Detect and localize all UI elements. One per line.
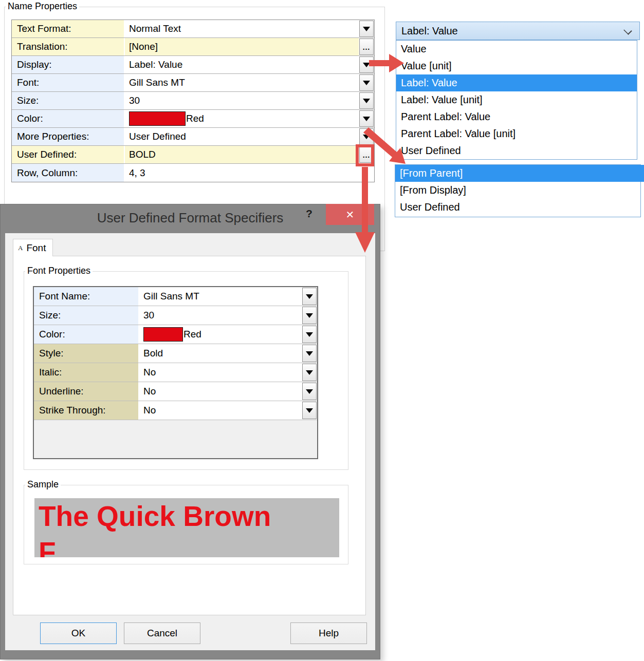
caret-down-icon: [363, 81, 370, 85]
dialog-titlebar[interactable]: User Defined Format Specifiers ? ✕: [1, 204, 380, 233]
font-tab-page: Font Properties Font Name:Gill Sans MTSi…: [13, 256, 366, 615]
property-label: Style:: [34, 344, 139, 363]
dropdown-button[interactable]: [302, 383, 317, 400]
dropdown-option[interactable]: Parent Label: Value [unit]: [396, 125, 637, 142]
property-value[interactable]: 4, 3: [125, 164, 359, 182]
row-button-cell: [359, 56, 374, 73]
property-label: Color:: [34, 325, 139, 344]
dropdown-button[interactable]: [302, 364, 317, 381]
property-row: Color:Red: [12, 110, 374, 128]
dropdown-option[interactable]: [From Parent]: [395, 165, 644, 182]
dropdown-button[interactable]: [359, 92, 374, 109]
ellipsis-button[interactable]: …: [359, 146, 374, 163]
dropdown-button[interactable]: [359, 21, 374, 37]
property-label: Translation:: [12, 38, 125, 55]
property-value[interactable]: Gill Sans MT: [125, 74, 359, 91]
caret-down-icon: [306, 294, 313, 299]
property-label: Italic:: [34, 363, 139, 382]
dropdown-button[interactable]: [359, 110, 374, 127]
dialog-title: User Defined Format Specifiers: [1, 210, 380, 226]
help-button[interactable]: Help: [290, 622, 367, 644]
dropdown-option[interactable]: Parent Label: Value: [396, 108, 637, 125]
dropdown-button[interactable]: [302, 307, 317, 324]
property-value-text: User Defined: [129, 131, 186, 142]
combobox-selected-value: Label: Value: [401, 25, 458, 37]
property-value-text: No: [143, 386, 156, 397]
dropdown-option[interactable]: Value: [396, 41, 637, 58]
dropdown-button[interactable]: [359, 56, 374, 73]
dropdown-button[interactable]: [359, 128, 374, 145]
property-label: Font Name:: [34, 287, 139, 306]
property-value[interactable]: No: [139, 363, 302, 382]
property-label: Text Format:: [12, 20, 125, 37]
property-value[interactable]: Label: Value: [125, 56, 359, 73]
property-value[interactable]: Gill Sans MT: [139, 287, 302, 306]
property-value[interactable]: Normal Text: [125, 20, 359, 37]
tab-label: Font: [26, 242, 46, 254]
dropdown-option[interactable]: Value [unit]: [396, 58, 637, 74]
tab-font[interactable]: A Font: [13, 239, 53, 256]
close-icon: ✕: [346, 209, 355, 221]
property-value-text: 30: [129, 95, 140, 106]
property-value[interactable]: No: [139, 401, 302, 420]
property-label: More Properties:: [12, 128, 125, 145]
row-button-cell: [359, 128, 374, 145]
dropdown-option[interactable]: User Defined: [396, 142, 637, 159]
property-row: Style:Bold: [34, 344, 317, 363]
row-button-cell: [302, 382, 317, 401]
property-row: Text Format:Normal Text: [12, 20, 374, 38]
dropdown-option[interactable]: Label: Value [unit]: [396, 91, 637, 108]
property-value[interactable]: No: [139, 382, 302, 401]
property-value[interactable]: 30: [139, 306, 302, 325]
dropdown-button[interactable]: [302, 402, 317, 419]
property-value-text: 4, 3: [129, 167, 145, 179]
property-row: Translation:[None]…: [12, 38, 374, 56]
row-button-cell: [359, 110, 374, 127]
property-row: Size:30: [12, 92, 374, 110]
property-label: Underline:: [34, 382, 139, 401]
user-defined-format-dialog: User Defined Format Specifiers ? ✕ A Fon…: [0, 204, 380, 659]
ellipsis-button[interactable]: …: [359, 39, 374, 55]
property-value[interactable]: BOLD: [125, 146, 359, 163]
close-button[interactable]: ✕: [326, 204, 374, 225]
dropdown-button[interactable]: [302, 326, 317, 343]
caret-down-icon: [363, 117, 370, 121]
property-value-text: 30: [143, 310, 154, 321]
property-value[interactable]: Bold: [139, 344, 302, 363]
property-row: Strike Through:No: [34, 401, 317, 420]
caret-down-icon: [306, 332, 313, 337]
color-swatch: [129, 111, 186, 126]
property-label: User Defined:: [12, 146, 125, 163]
sample-groupbox: Sample The Quick Brown F: [24, 485, 348, 564]
dropdown-button[interactable]: [302, 288, 317, 305]
caret-down-icon: [306, 389, 313, 394]
property-value[interactable]: User Defined: [125, 128, 359, 145]
dropdown-option[interactable]: Label: Value: [396, 74, 637, 91]
screenshot-root: { "name_properties": { "title": "Name Pr…: [0, 0, 644, 661]
property-row: Row, Column:4, 3: [12, 164, 374, 182]
property-row: More Properties:User Defined: [12, 128, 374, 146]
property-value-text: [None]: [129, 41, 158, 52]
property-value[interactable]: [None]: [125, 38, 359, 55]
row-button-cell: …: [359, 146, 374, 163]
dropdown-option[interactable]: [From Display]: [395, 182, 640, 199]
ok-button[interactable]: OK: [40, 622, 117, 644]
display-combobox[interactable]: Label: Value: [396, 22, 640, 40]
sample-text-line2: F: [39, 534, 339, 557]
property-value[interactable]: 30: [125, 92, 359, 109]
help-icon[interactable]: ?: [306, 207, 312, 220]
dropdown-option[interactable]: User Defined: [395, 199, 640, 216]
row-button-cell: [302, 344, 317, 363]
row-button-cell: [302, 363, 317, 382]
property-value-text: No: [143, 405, 156, 416]
row-button-cell: [302, 287, 317, 306]
caret-down-icon: [306, 351, 313, 356]
row-button-cell: [302, 325, 317, 344]
property-value[interactable]: Red: [125, 110, 359, 127]
property-value[interactable]: Red: [139, 325, 302, 344]
dropdown-button[interactable]: [302, 345, 317, 362]
cancel-button[interactable]: Cancel: [124, 622, 200, 644]
property-label: Font:: [12, 74, 125, 91]
dropdown-button[interactable]: [359, 74, 374, 91]
row-button-cell: [302, 401, 317, 420]
